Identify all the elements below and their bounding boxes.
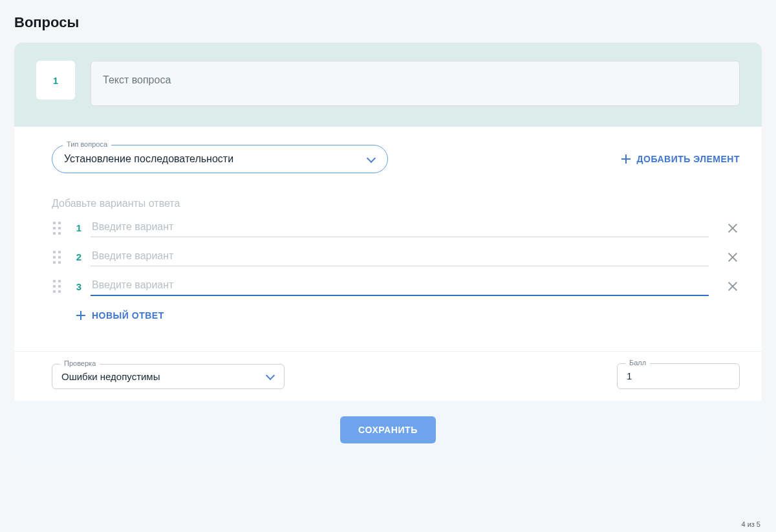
remove-variant-icon[interactable]	[726, 221, 740, 235]
score-input[interactable]	[627, 370, 730, 381]
question-header: 1 Текст вопроса	[14, 43, 762, 127]
remove-variant-icon[interactable]	[726, 250, 740, 264]
question-type-label: Тип вопроса	[63, 140, 111, 148]
chevron-down-icon	[367, 154, 376, 164]
variant-input[interactable]	[91, 277, 709, 296]
drag-handle-icon[interactable]	[53, 222, 62, 235]
variant-row: 3	[52, 271, 740, 301]
check-select[interactable]: Проверка Ошибки недопустимы	[52, 364, 285, 389]
plus-icon	[76, 311, 85, 320]
add-element-label: ДОБАВИТЬ ЭЛЕМЕНТ	[637, 154, 740, 164]
drag-handle-icon[interactable]	[53, 251, 62, 264]
score-label: Балл	[625, 359, 650, 367]
question-card: 1 Текст вопроса Тип вопроса Установление…	[14, 43, 762, 462]
page-counter: 4 из 5	[741, 520, 760, 528]
page-title: Вопросы	[14, 14, 762, 31]
save-strip: СОХРАНИТЬ	[14, 401, 762, 462]
question-text-input[interactable]: Текст вопроса	[91, 61, 740, 106]
question-type-value: Установление последовательности	[64, 153, 233, 165]
variant-input[interactable]	[91, 218, 709, 237]
new-answer-label: НОВЫЙ ОТВЕТ	[92, 310, 164, 321]
question-number-badge: 1	[36, 61, 75, 100]
variant-row: 1	[52, 213, 740, 242]
check-label: Проверка	[60, 359, 100, 367]
score-field[interactable]: Балл	[617, 363, 740, 389]
save-button[interactable]: СОХРАНИТЬ	[340, 416, 436, 443]
new-answer-button[interactable]: НОВЫЙ ОТВЕТ	[76, 310, 164, 321]
plus-icon	[621, 154, 630, 164]
variants-hint: Добавьте варианты ответа	[52, 198, 740, 209]
remove-variant-icon[interactable]	[726, 279, 740, 293]
add-element-button[interactable]: ДОБАВИТЬ ЭЛЕМЕНТ	[621, 154, 740, 164]
variant-number: 1	[71, 222, 81, 233]
question-type-select[interactable]: Тип вопроса Установление последовательно…	[52, 145, 388, 173]
drag-handle-icon[interactable]	[53, 280, 62, 293]
variant-row: 2	[52, 242, 740, 271]
variant-number: 2	[71, 251, 81, 262]
variant-input[interactable]	[91, 248, 709, 266]
chevron-down-icon	[266, 372, 275, 381]
check-value: Ошибки недопустимы	[61, 371, 160, 382]
variant-number: 3	[71, 281, 81, 292]
